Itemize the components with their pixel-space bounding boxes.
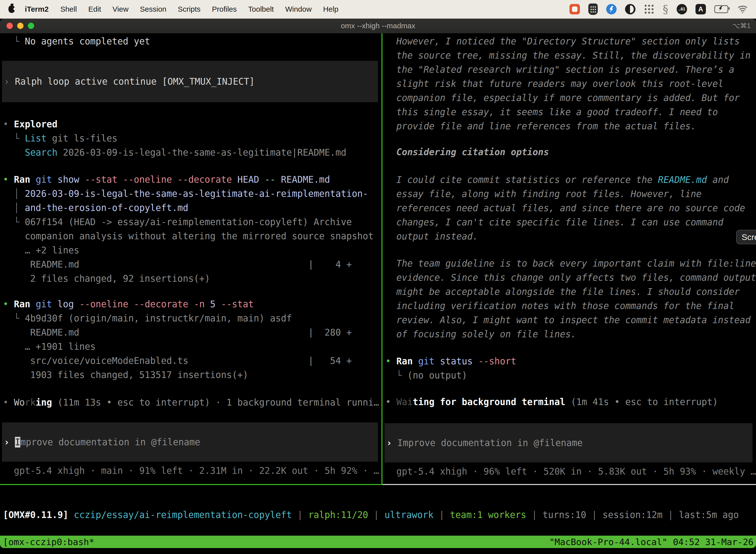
text-segment: └ (3, 133, 25, 144)
terminal-pane-right[interactable]: However, I noticed the "Directory Struct… (382, 33, 756, 484)
terminal-pane-left[interactable]: └ No agents completed yet› Ralph loop ac… (0, 33, 381, 484)
letter-a-icon[interactable]: A (695, 4, 706, 14)
git-show-output-line: README.md | 4 + (3, 258, 381, 272)
text-segment: git (36, 174, 52, 185)
prompt-input-right[interactable]: › Improve documentation in @filename (384, 423, 753, 462)
macos-menu-bar: iTerm2 ShellEditViewSessionScriptsProfil… (0, 0, 756, 19)
spacer (385, 133, 756, 145)
model-status-line-left: gpt-5.4 xhigh · main · 91% left · 2.31M … (3, 464, 381, 478)
reasoning-text-line: this single essay, it seems like a good … (385, 105, 756, 119)
text-segment: (11m 13s • esc to interrupt) · 1 backgro… (52, 397, 379, 408)
agents-status-line: └ No agents completed yet (3, 34, 381, 48)
record-indicator-icon[interactable] (569, 4, 580, 14)
text-segment: Ran (396, 356, 413, 367)
battery-icon[interactable] (714, 5, 728, 13)
text-segment: | (663, 510, 679, 520)
menu-app-name[interactable]: iTerm2 (19, 5, 55, 13)
screen-tooltip: Scre (736, 230, 756, 244)
text-segment: └ (3, 313, 25, 324)
reasoning-text-line: companion file, especially if more comme… (385, 91, 756, 105)
text-segment: git ls-files (47, 133, 118, 144)
reasoning-text-line: provide file and line references from th… (385, 119, 756, 133)
dots-grid-icon[interactable] (644, 4, 654, 14)
menu-item-toolbelt[interactable]: Toolbelt (243, 5, 279, 13)
text-segment: | (526, 510, 543, 520)
reasoning-text-line: The team guideline is to back every impo… (385, 257, 756, 271)
spacer (3, 286, 381, 297)
menu-item-edit[interactable]: Edit (82, 5, 107, 13)
text-segment: Wo (14, 397, 25, 408)
git-show-output-line: … +2 lines (3, 243, 381, 258)
text-segment: • (385, 397, 396, 407)
text-segment: … +1901 lines (3, 341, 96, 352)
text-segment: [OMX#0.11.9] (3, 510, 68, 520)
git-show-output-line: companion analysis without altering the … (3, 229, 381, 243)
text-segment: Wai (396, 397, 413, 407)
text-segment: └ (385, 370, 407, 381)
text-segment: └ (3, 217, 25, 227)
tmux-status-bar: [omx-cczip0:bash* "MacBook-Pro-44.local"… (0, 536, 756, 548)
wifi-icon[interactable] (737, 5, 749, 14)
spacer (385, 159, 756, 173)
menu-item-help[interactable]: Help (317, 5, 344, 13)
moon-circle-icon[interactable] (625, 4, 635, 14)
keypad-shield-icon[interactable] (588, 3, 598, 15)
text-segment: team:1 workers (450, 510, 526, 520)
text-segment: The team guideline is to back every impo… (385, 258, 756, 269)
menu-items: ShellEditViewSessionScriptsProfilesToolb… (55, 5, 344, 13)
text-segment: │ (3, 203, 25, 213)
reasoning-text-line: However, I noticed the "Directory Struct… (385, 34, 756, 48)
text-segment: HEAD (232, 174, 265, 185)
text-segment: Explored (14, 119, 58, 129)
text-segment: 1903 files changed, 513517 insertions(+) (3, 370, 248, 380)
squiggle-icon[interactable]: § (663, 3, 668, 16)
text-segment: git (418, 356, 435, 367)
text-segment: log (52, 299, 79, 310)
text-segment (68, 510, 74, 520)
text-segment (413, 356, 418, 367)
reasoning-text-line: essay file, along with finding root file… (385, 187, 756, 201)
text-segment: (no output) (407, 370, 467, 381)
menu-item-view[interactable]: View (107, 5, 134, 13)
text-segment: Ralph loop active continue [OMX_TMUX_INJ… (15, 76, 255, 87)
text-segment: | (368, 510, 384, 520)
omx-status-bar: [OMX#0.11.9] cczip/essay/ai-reimplementa… (3, 508, 739, 522)
badge-61-icon[interactable]: ..61 (677, 4, 687, 14)
text-segment: slight risk that future readers may over… (385, 78, 723, 89)
text-segment: | (434, 510, 450, 520)
text-segment: show (52, 174, 85, 185)
menu-item-profiles[interactable]: Profiles (206, 5, 242, 13)
text-segment: › (386, 438, 397, 448)
text-segment: --stat (221, 299, 254, 310)
apple-menu-icon[interactable] (8, 5, 15, 13)
text-segment: ralph:11/20 (308, 510, 368, 520)
prompt-input-left[interactable]: › Improve documentation in @filename (2, 423, 378, 462)
reasoning-text-line: of focusing solely on file lines. (385, 327, 756, 341)
menu-item-window[interactable]: Window (279, 5, 317, 13)
menu-item-scripts[interactable]: Scripts (172, 5, 206, 13)
spacer (3, 160, 381, 172)
text-segment: Improve documentation in @filename (397, 438, 583, 448)
lightning-badge-icon[interactable] (606, 4, 617, 14)
text-segment: • (3, 299, 14, 310)
window-title: omx --xhigh --madmax (0, 18, 756, 33)
reasoning-text-line: evidence. Since this change only affects… (385, 271, 756, 285)
menu-item-session[interactable]: Session (134, 5, 172, 13)
explored-search-line: Search 2026-03-09-is-legal-the-same-as-l… (3, 146, 381, 160)
spacer (3, 102, 381, 117)
spacer (3, 462, 381, 464)
menu-item-shell[interactable]: Shell (55, 5, 82, 13)
waiting-status-line: • Waiting for background terminal (1m 41… (385, 395, 756, 409)
text-segment: including verification notes with those … (385, 300, 734, 311)
text-segment: ting for background terminal (413, 397, 565, 407)
ran-git-status-line: • Ran git status --short (385, 354, 756, 368)
text-segment: might be acceptable alongside the file l… (385, 286, 740, 297)
ralph-loop-banner[interactable]: › Ralph loop active continue [OMX_TMUX_I… (2, 61, 378, 102)
git-status-output-line: └ (no output) (385, 368, 756, 383)
spacer (385, 383, 756, 395)
text-segment: companion file, especially if more comme… (385, 93, 740, 103)
text-segment: Considering citation options (385, 147, 549, 157)
text-segment: › (4, 437, 15, 447)
text-segment: status (435, 356, 478, 367)
text-segment: essay file, along with finding root file… (385, 189, 702, 199)
